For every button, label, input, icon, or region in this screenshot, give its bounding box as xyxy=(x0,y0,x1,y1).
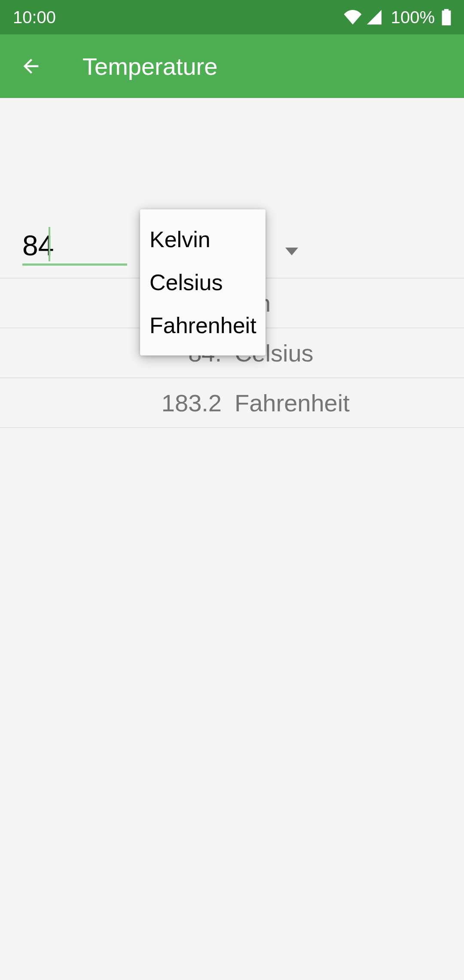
signal-icon xyxy=(366,10,382,24)
status-time: 10:00 xyxy=(13,8,56,27)
wifi-icon xyxy=(344,10,362,24)
dropdown-option-fahrenheit[interactable]: Fahrenheit xyxy=(140,304,266,347)
status-bar: 10:00 100% xyxy=(0,0,464,34)
text-cursor xyxy=(49,227,50,261)
result-row-fahrenheit: 183.2 Fahrenheit xyxy=(0,378,464,428)
input-underline xyxy=(22,263,127,266)
status-icons: 100% xyxy=(344,8,451,27)
page-title: Temperature xyxy=(82,52,217,80)
dropdown-option-kelvin[interactable]: Kelvin xyxy=(140,218,266,261)
content: 84 lvin 84. Celsius 183.2 Fahrenheit Kel… xyxy=(0,98,464,428)
dropdown-caret-icon[interactable] xyxy=(285,248,298,255)
arrow-left-icon xyxy=(20,55,42,77)
battery-percent: 100% xyxy=(391,8,435,27)
dropdown-option-celsius[interactable]: Celsius xyxy=(140,261,266,304)
back-button[interactable] xyxy=(18,53,44,79)
battery-icon xyxy=(442,9,451,25)
result-value: 183.2 xyxy=(0,389,232,417)
unit-dropdown[interactable]: Kelvin Celsius Fahrenheit xyxy=(140,209,266,355)
app-bar: Temperature xyxy=(0,34,464,98)
result-unit: Fahrenheit xyxy=(232,389,350,417)
